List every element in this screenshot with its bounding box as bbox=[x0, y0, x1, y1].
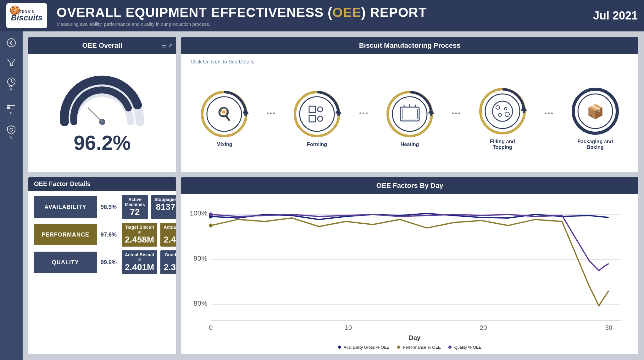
stoppages-label: Stoppages bbox=[154, 197, 176, 202]
chart-legend: Availability Gross % OEE Performance % O… bbox=[338, 345, 481, 350]
x-axis-label: Day bbox=[409, 334, 421, 341]
manufacturing-process-card: Biscuit Manufactoring Process Click On I… bbox=[181, 37, 638, 172]
heating-circle bbox=[385, 89, 435, 139]
sidebar: 24 A P Q bbox=[0, 31, 23, 360]
svg-marker-24 bbox=[428, 108, 434, 114]
actual-biscuit-perf-value: 2.401M bbox=[164, 235, 176, 245]
packaging-circle: 📦 bbox=[570, 86, 620, 136]
mixing-svg: 🍳 bbox=[199, 89, 249, 139]
availability-label: AVAILABILITY bbox=[34, 196, 97, 218]
sidebar-item-back[interactable] bbox=[6, 38, 16, 48]
svg-marker-7 bbox=[8, 107, 9, 109]
factor-row-availability: AVAILABILITY 98.9% Active Machines 72 St… bbox=[34, 195, 170, 219]
target-biscuit-value: 2.458M bbox=[125, 235, 154, 245]
sidebar-item-clock[interactable]: 24 A bbox=[6, 77, 16, 91]
arrow-1 bbox=[267, 112, 275, 114]
factor-details-body: AVAILABILITY 98.9% Active Machines 72 St… bbox=[28, 191, 176, 279]
main-layout: 24 A P Q OEE Overall ⚌ ⤢ bbox=[0, 31, 644, 360]
y-label-90: 90% bbox=[194, 254, 208, 262]
oee-overall-card: OEE Overall ⚌ ⤢ bbox=[28, 37, 176, 172]
active-machines-value: 72 bbox=[130, 207, 140, 217]
dot bbox=[548, 112, 550, 114]
filling-label: Filling and Topping bbox=[484, 139, 521, 150]
mixing-label: Mixing bbox=[216, 142, 232, 147]
dot bbox=[273, 112, 275, 114]
svg-text:24: 24 bbox=[9, 84, 12, 87]
performance-metrics: Target Biscuit # 2.458M Actual Biscuit #… bbox=[122, 223, 176, 247]
dot bbox=[455, 112, 457, 114]
actual-biscuit-qual-label: Actual Biscuit # bbox=[125, 252, 154, 262]
dot bbox=[270, 112, 272, 114]
dot bbox=[366, 112, 368, 114]
sidebar-item-shield[interactable]: Q bbox=[6, 124, 16, 139]
oee-overall-header: OEE Overall ⚌ ⤢ bbox=[28, 37, 176, 54]
dot bbox=[551, 112, 553, 114]
quality-pct: 99.6% bbox=[101, 259, 118, 266]
mixing-circle: 🍳 bbox=[199, 89, 249, 139]
sidebar-item-filter[interactable] bbox=[6, 57, 16, 67]
factor-row-performance: PERFORMANCE 97.6% Target Biscuit # 2.458… bbox=[34, 223, 170, 247]
legend-dot-performance bbox=[397, 346, 400, 349]
arrow-3 bbox=[452, 112, 460, 114]
heating-svg bbox=[385, 89, 435, 139]
sidebar-item-ranked[interactable]: P bbox=[6, 101, 16, 115]
process-step-mixing[interactable]: 🍳 Mixing bbox=[199, 89, 249, 147]
gauge-chart bbox=[55, 72, 149, 128]
dot bbox=[545, 112, 547, 114]
process-step-forming[interactable]: Forming bbox=[292, 89, 342, 147]
svg-point-33 bbox=[485, 94, 520, 128]
legend-label-availability: Availability Gross % OEE bbox=[344, 345, 390, 350]
header-title-block: OVERALL EQUIPMENT EFFECTIVENESS (OEE) RE… bbox=[57, 5, 593, 27]
actual-biscuit-qual-value: 2.401M bbox=[125, 262, 154, 272]
process-subtitle: Click On Icon To See Details bbox=[191, 59, 629, 65]
actual-biscuit-qual-box: Actual Biscuit # 2.401M bbox=[122, 250, 157, 274]
svg-marker-17 bbox=[335, 108, 341, 114]
dots-4 bbox=[545, 112, 553, 114]
chart-svg: 100% 90% 80% 0 10 20 30 Day bbox=[189, 200, 631, 351]
process-step-heating[interactable]: Heating bbox=[385, 89, 435, 147]
svg-marker-13 bbox=[242, 108, 249, 114]
oee-body: 96.2% bbox=[28, 54, 176, 172]
performance-line bbox=[211, 218, 608, 306]
good-biscuit-label: Good Biscuit # bbox=[164, 252, 176, 262]
logo: 🍪 EDNA'S Biscuits bbox=[6, 3, 47, 28]
legend-performance: Performance % OEE bbox=[397, 345, 441, 350]
heating-label: Heating bbox=[401, 142, 419, 147]
active-machines-box: Active Machines 72 bbox=[122, 195, 148, 219]
legend-dot-availability bbox=[338, 346, 341, 349]
dots-1 bbox=[267, 112, 275, 114]
svg-marker-32 bbox=[521, 105, 527, 111]
dots-3 bbox=[452, 112, 460, 114]
expand-icon[interactable]: ⤢ bbox=[168, 43, 172, 49]
legend-label-quality: Quality % OEE bbox=[454, 345, 481, 350]
legend-dot-quality bbox=[448, 346, 452, 349]
process-step-filling[interactable]: Filling and Topping bbox=[477, 86, 528, 150]
legend-availability: Availability Gross % OEE bbox=[338, 345, 390, 350]
svg-point-18 bbox=[300, 97, 334, 131]
x-tick-20: 20 bbox=[480, 324, 487, 331]
legend-quality: Quality % OEE bbox=[448, 345, 481, 350]
oee-highlight: OEE bbox=[332, 5, 361, 20]
factor-details-header: OEE Factor Details bbox=[28, 177, 176, 191]
svg-point-9 bbox=[10, 128, 13, 131]
arrow-4 bbox=[545, 112, 553, 114]
sidebar-label-a: A bbox=[10, 87, 13, 91]
svg-marker-1 bbox=[8, 59, 15, 66]
logo-cookie-icon: 🍪 bbox=[9, 5, 20, 15]
svg-text:🍳: 🍳 bbox=[216, 106, 232, 121]
x-tick-10: 10 bbox=[345, 324, 352, 331]
quality-metrics: Actual Biscuit # 2.401M Good Biscuit # 2… bbox=[122, 250, 176, 274]
filter-icon[interactable]: ⚌ bbox=[161, 43, 166, 49]
process-step-packaging[interactable]: 📦 Packaging and Boxing bbox=[570, 86, 620, 150]
oee-card-icons: ⚌ ⤢ bbox=[161, 43, 172, 49]
forming-svg bbox=[292, 89, 342, 139]
page-title: OVERALL EQUIPMENT EFFECTIVENESS (OEE) RE… bbox=[57, 5, 593, 20]
svg-point-25 bbox=[392, 97, 427, 131]
availability-pct: 98.9% bbox=[101, 204, 118, 210]
oee-overall-title: OEE Overall bbox=[82, 41, 122, 49]
sidebar-label-p: P bbox=[10, 111, 13, 115]
page-subtitle: Measuring availability, performance and … bbox=[57, 21, 593, 27]
y-label-100: 100% bbox=[190, 209, 207, 217]
forming-circle bbox=[292, 89, 342, 139]
svg-marker-5 bbox=[8, 105, 9, 106]
